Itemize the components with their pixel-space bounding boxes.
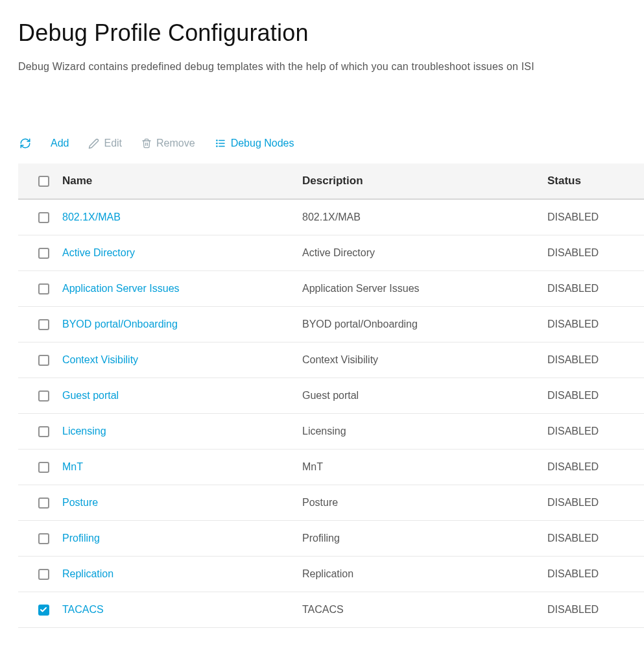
row-checkbox[interactable]	[38, 283, 49, 294]
profile-status: DISABLED	[547, 318, 644, 330]
profile-name-link[interactable]: Guest portal	[62, 390, 119, 401]
profile-description: TACACS	[302, 604, 547, 616]
debug-nodes-label: Debug Nodes	[231, 138, 294, 149]
profile-name-link[interactable]: 802.1X/MAB	[62, 211, 121, 222]
table-row: MnTMnTDISABLED	[18, 450, 644, 485]
svg-point-4	[216, 143, 217, 143]
remove-button[interactable]: Remove	[141, 138, 195, 149]
profile-description: MnT	[302, 461, 547, 473]
profile-status: DISABLED	[547, 568, 644, 580]
select-all-checkbox[interactable]	[38, 176, 49, 187]
row-checkbox[interactable]	[38, 426, 49, 437]
profile-description: BYOD portal/Onboarding	[302, 318, 547, 330]
pencil-icon	[88, 138, 99, 149]
list-icon	[215, 138, 226, 149]
profile-name-link[interactable]: Application Server Issues	[62, 283, 180, 294]
profile-description: Active Directory	[302, 247, 547, 259]
toolbar: Add Edit Remove	[18, 138, 644, 149]
svg-point-5	[216, 146, 217, 147]
header-status[interactable]: Status	[547, 174, 644, 187]
profile-description: Application Server Issues	[302, 283, 547, 294]
profile-description: Licensing	[302, 426, 547, 437]
profile-name-link[interactable]: BYOD portal/Onboarding	[62, 318, 178, 330]
row-checkbox[interactable]	[38, 248, 49, 259]
profile-status: DISABLED	[547, 283, 644, 294]
profile-name-link[interactable]: Licensing	[62, 426, 106, 437]
refresh-icon[interactable]	[19, 138, 31, 149]
header-name[interactable]: Name	[57, 174, 302, 187]
profile-status: DISABLED	[547, 426, 644, 437]
profile-description: Replication	[302, 568, 547, 580]
profile-description: Profiling	[302, 533, 547, 544]
row-checkbox[interactable]	[38, 390, 49, 402]
profiles-table: Name Description Status 802.1X/MAB802.1X…	[18, 163, 644, 628]
add-label: Add	[51, 138, 69, 149]
table-row: BYOD portal/OnboardingBYOD portal/Onboar…	[18, 307, 644, 342]
row-checkbox[interactable]	[38, 319, 49, 330]
profile-status: DISABLED	[547, 533, 644, 544]
profile-description: Context Visibility	[302, 354, 547, 366]
page-title: Debug Profile Configuration	[18, 19, 644, 47]
row-checkbox[interactable]	[38, 355, 49, 366]
table-row: LicensingLicensingDISABLED	[18, 414, 644, 450]
add-button[interactable]: Add	[51, 138, 69, 149]
profile-status: DISABLED	[547, 390, 644, 402]
profile-name-link[interactable]: MnT	[62, 461, 83, 472]
profile-name-link[interactable]: Posture	[62, 497, 98, 508]
profile-description: Guest portal	[302, 390, 547, 402]
table-row: ReplicationReplicationDISABLED	[18, 557, 644, 592]
header-description[interactable]: Description	[302, 174, 547, 187]
row-checkbox[interactable]	[38, 569, 49, 580]
profile-name-link[interactable]: Active Directory	[62, 247, 135, 258]
table-row: ProfilingProfilingDISABLED	[18, 521, 644, 557]
profile-status: DISABLED	[547, 461, 644, 473]
profile-status: DISABLED	[547, 247, 644, 259]
profile-status: DISABLED	[547, 497, 644, 509]
table-row: 802.1X/MAB802.1X/MABDISABLED	[18, 200, 644, 235]
remove-label: Remove	[156, 138, 195, 149]
edit-button[interactable]: Edit	[88, 138, 122, 149]
row-checkbox[interactable]	[38, 605, 49, 616]
row-checkbox[interactable]	[38, 462, 49, 473]
profile-name-link[interactable]: Profiling	[62, 533, 100, 544]
profile-name-link[interactable]: Replication	[62, 568, 113, 579]
profile-name-link[interactable]: Context Visibility	[62, 354, 138, 365]
page-subtitle: Debug Wizard contains predefined debug t…	[18, 61, 644, 73]
table-row: Context VisibilityContext VisibilityDISA…	[18, 342, 644, 378]
profile-status: DISABLED	[547, 604, 644, 616]
row-checkbox[interactable]	[38, 533, 49, 544]
profile-status: DISABLED	[547, 211, 644, 223]
table-row: Active DirectoryActive DirectoryDISABLED	[18, 235, 644, 271]
svg-point-3	[216, 140, 217, 141]
table-row: Guest portalGuest portalDISABLED	[18, 378, 644, 414]
table-row: TACACSTACACSDISABLED	[18, 592, 644, 628]
debug-nodes-button[interactable]: Debug Nodes	[215, 138, 294, 149]
row-checkbox[interactable]	[38, 212, 49, 223]
row-checkbox[interactable]	[38, 498, 49, 509]
table-row: PosturePostureDISABLED	[18, 485, 644, 521]
table-header-row: Name Description Status	[18, 163, 644, 200]
edit-label: Edit	[104, 138, 122, 149]
profile-name-link[interactable]: TACACS	[62, 604, 104, 615]
profile-description: Posture	[302, 497, 547, 509]
table-row: Application Server IssuesApplication Ser…	[18, 271, 644, 307]
profile-status: DISABLED	[547, 354, 644, 366]
profile-description: 802.1X/MAB	[302, 211, 547, 223]
trash-icon	[141, 138, 152, 149]
